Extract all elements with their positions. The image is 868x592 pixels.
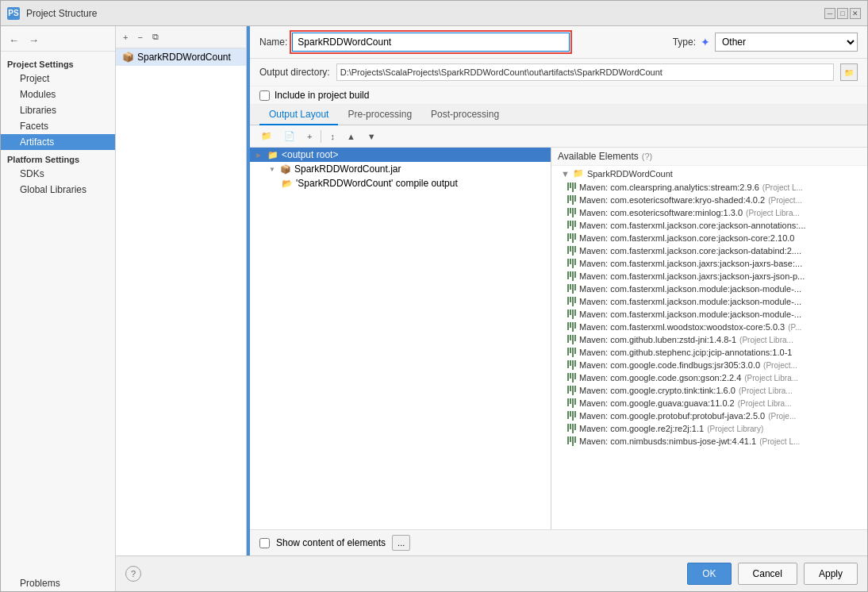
layout-dir-button[interactable]: 📁 xyxy=(256,129,277,144)
avail-item-18[interactable]: Maven: com.google.protobuf:protobuf-java… xyxy=(551,409,867,422)
avail-item-19[interactable]: Maven: com.google.re2j:re2j:1.1 (Project… xyxy=(551,422,867,435)
copy-artifact-button[interactable]: ⧉ xyxy=(148,29,163,44)
include-label[interactable]: Include in project build xyxy=(275,90,369,101)
avail-item-13[interactable]: Maven: com.github.stephenc.jcip:jcip-ann… xyxy=(551,346,867,359)
layout-separator xyxy=(321,130,321,143)
maximize-button[interactable]: □ xyxy=(837,8,848,19)
output-dir-label: Output directory: xyxy=(259,67,330,78)
sidebar: ← → Project Settings Project Modules Lib… xyxy=(1,26,116,591)
detail-header: Name: Type: ✦ Other xyxy=(250,26,867,59)
layout-extract-button[interactable]: 📄 xyxy=(279,129,300,144)
avail-item-20[interactable]: Maven: com.nimbusds:nimbus-jose-jwt:4.41… xyxy=(551,435,867,448)
platform-settings-header: Platform Settings xyxy=(1,150,115,166)
avail-item-9[interactable]: Maven: com.fasterxml.jackson.module:jack… xyxy=(551,295,867,308)
type-select[interactable]: Other xyxy=(715,33,858,52)
back-button[interactable]: ← xyxy=(6,33,22,48)
tab-post-processing[interactable]: Post-processing xyxy=(421,105,509,125)
avail-item-10[interactable]: Maven: com.fasterxml.jackson.module:jack… xyxy=(551,308,867,321)
avail-group-spark[interactable]: ▼ 📁 SparkRDDWordCount xyxy=(551,166,867,181)
tabs-bar: Output Layout Pre-processing Post-proces… xyxy=(250,105,867,125)
artifacts-and-content: + − ⧉ 📦 SparkRDDWordCount xyxy=(116,26,867,555)
available-elements-panel: Available Elements (?) ▼ 📁 SparkRDDWordC… xyxy=(551,148,867,529)
avail-item-8[interactable]: Maven: com.fasterxml.jackson.module:jack… xyxy=(551,283,867,295)
sidebar-item-sdks[interactable]: SDKs xyxy=(1,166,115,182)
sidebar-item-problems[interactable]: Problems xyxy=(1,575,115,591)
artifact-item-sparkrdd[interactable]: 📦 SparkRDDWordCount xyxy=(116,48,246,66)
avail-item-16[interactable]: Maven: com.google.crypto.tink:tink:1.6.0… xyxy=(551,384,867,397)
sidebar-item-artifacts[interactable]: Artifacts xyxy=(1,134,115,150)
add-artifact-button[interactable]: + xyxy=(119,29,132,44)
bottom-row: Show content of elements ... xyxy=(250,529,867,555)
type-label: Type: xyxy=(673,37,696,48)
avail-item-11[interactable]: Maven: com.fasterxml.woodstox:woodstox-c… xyxy=(551,321,867,333)
project-settings-header: Project Settings xyxy=(1,55,115,71)
app-icon: PS xyxy=(7,7,20,20)
dialog-title: Project Structure xyxy=(26,8,824,19)
layout-sort-button[interactable]: ↕ xyxy=(325,129,340,144)
name-field-group: Name: xyxy=(259,33,570,52)
title-bar-buttons: ─ □ ✕ xyxy=(824,8,861,19)
project-structure-dialog: PS Project Structure ─ □ ✕ ← → Project S… xyxy=(0,0,868,592)
avail-item-17[interactable]: Maven: com.google.guava:guava:11.0.2 (Pr… xyxy=(551,397,867,409)
tab-pre-processing[interactable]: Pre-processing xyxy=(338,105,421,125)
sidebar-item-facets[interactable]: Facets xyxy=(1,118,115,134)
sidebar-item-project[interactable]: Project xyxy=(1,71,115,86)
avail-item-3[interactable]: Maven: com.fasterxml.jackson.core:jackso… xyxy=(551,219,867,232)
available-elements-header: Available Elements (?) xyxy=(551,148,867,166)
split-area: ▶ 📁 <output root> ▼ 📦 SparkRDDWordCount.… xyxy=(250,148,867,529)
forward-button[interactable]: → xyxy=(25,33,42,48)
avail-item-14[interactable]: Maven: com.google.code.findbugs:jsr305:3… xyxy=(551,359,867,371)
show-content-checkbox[interactable] xyxy=(259,538,270,548)
name-input[interactable] xyxy=(292,33,570,52)
cancel-button[interactable]: Cancel xyxy=(738,563,797,585)
output-tree: ▶ 📁 <output root> ▼ 📦 SparkRDDWordCount.… xyxy=(250,148,551,529)
remove-artifact-button[interactable]: − xyxy=(133,29,146,44)
artifacts-toolbar: + − ⧉ xyxy=(116,26,246,48)
name-label: Name: xyxy=(259,37,287,48)
sidebar-item-modules[interactable]: Modules xyxy=(1,86,115,102)
avail-item-6[interactable]: Maven: com.fasterxml.jackson.jaxrs:jacks… xyxy=(551,257,867,270)
output-dir-row: Output directory: 📁 xyxy=(250,59,867,86)
detail-pane: Name: Type: ✦ Other Output xyxy=(250,26,867,555)
main-body: ← → Project Settings Project Modules Lib… xyxy=(1,26,867,591)
sidebar-nav: ← → xyxy=(1,29,115,52)
tab-output-layout[interactable]: Output Layout xyxy=(259,105,338,125)
apply-button[interactable]: Apply xyxy=(804,563,858,585)
include-checkbox[interactable] xyxy=(259,90,270,101)
sidebar-item-libraries[interactable]: Libraries xyxy=(1,102,115,118)
minimize-button[interactable]: ─ xyxy=(824,8,835,19)
sidebar-item-global-libraries[interactable]: Global Libraries xyxy=(1,182,115,198)
avail-item-1[interactable]: Maven: com.esotericsoftware:kryo-shaded:… xyxy=(551,194,867,206)
show-content-label[interactable]: Show content of elements xyxy=(276,537,386,548)
tree-item-output-root[interactable]: ▶ 📁 <output root> xyxy=(250,148,551,162)
tree-item-compile-output[interactable]: 📂 'SparkRDDWordCount' compile output xyxy=(250,176,551,190)
tree-item-jar[interactable]: ▼ 📦 SparkRDDWordCount.jar xyxy=(250,162,551,176)
type-field-group: Type: ✦ Other xyxy=(673,33,858,52)
avail-item-4[interactable]: Maven: com.fasterxml.jackson.core:jackso… xyxy=(551,232,867,244)
layout-toolbar: 📁 📄 + ↕ ▲ ▼ xyxy=(250,125,867,148)
layout-up-button[interactable]: ▲ xyxy=(342,129,360,144)
title-bar: PS Project Structure ─ □ ✕ xyxy=(1,1,867,26)
layout-add-button[interactable]: + xyxy=(302,129,317,144)
help-button[interactable]: ? xyxy=(125,566,141,582)
avail-item-2[interactable]: Maven: com.esotericsoftware:minlog:1.3.0… xyxy=(551,206,867,219)
avail-item-7[interactable]: Maven: com.fasterxml.jackson.jaxrs:jacks… xyxy=(551,270,867,283)
output-dir-input[interactable] xyxy=(336,63,834,81)
ok-button[interactable]: OK xyxy=(687,563,731,585)
avail-item-5[interactable]: Maven: com.fasterxml.jackson.core:jackso… xyxy=(551,244,867,257)
right-body: + − ⧉ 📦 SparkRDDWordCount xyxy=(116,26,867,591)
avail-item-12[interactable]: Maven: com.github.luben:zstd-jni:1.4.8-1… xyxy=(551,333,867,346)
avail-item-15[interactable]: Maven: com.google.code.gson:gson:2.2.4 (… xyxy=(551,371,867,384)
browse-button[interactable]: 📁 xyxy=(840,63,858,81)
footer: ? OK Cancel Apply xyxy=(116,555,867,591)
layout-down-button[interactable]: ▼ xyxy=(363,129,381,144)
show-content-ellipsis-button[interactable]: ... xyxy=(392,535,410,551)
artifact-item-label: SparkRDDWordCount xyxy=(137,52,231,63)
include-row: Include in project build xyxy=(250,86,867,105)
avail-item-0[interactable]: Maven: com.clearspring.analytics:stream:… xyxy=(551,181,867,194)
artifacts-list: + − ⧉ 📦 SparkRDDWordCount xyxy=(116,26,247,555)
close-button[interactable]: ✕ xyxy=(850,8,861,19)
